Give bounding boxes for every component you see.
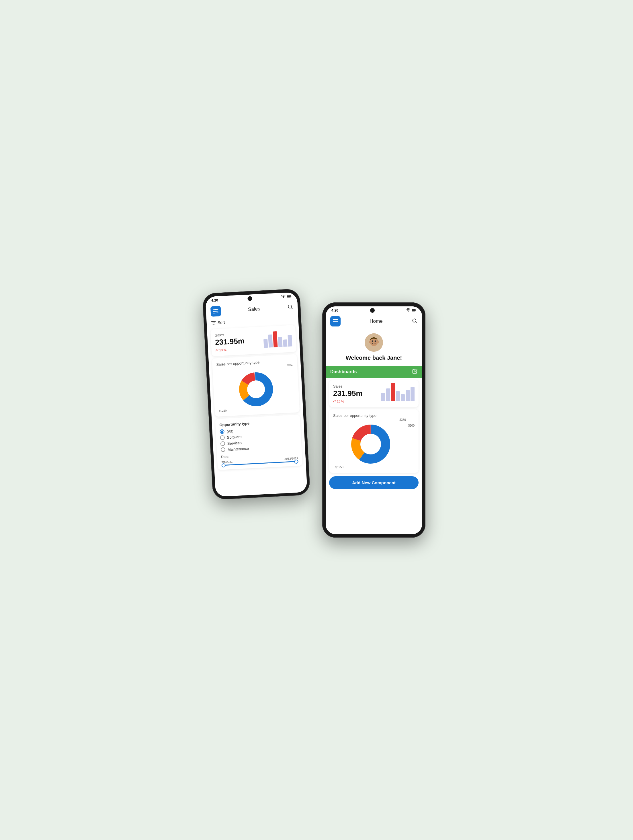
camera-notch-front bbox=[370, 308, 375, 313]
svg-rect-13 bbox=[416, 309, 416, 311]
svg-rect-1 bbox=[291, 295, 291, 297]
radio-all-label: (All) bbox=[227, 429, 233, 434]
donut-card-front: Sales per opportunity type $350 bbox=[329, 409, 419, 473]
filter-card: Opportunity type (All) Software Servi bbox=[215, 415, 302, 470]
time-front: 4:20 bbox=[331, 308, 338, 313]
svg-line-6 bbox=[212, 323, 215, 323]
camera-notch-back bbox=[247, 296, 252, 301]
phone-back: 4:20 bbox=[202, 289, 310, 500]
donut-label-350-back: $350 bbox=[287, 363, 293, 366]
sales-change-front: 13 % bbox=[333, 399, 363, 403]
sort-label: Sort bbox=[217, 320, 225, 325]
donut-svg-front bbox=[348, 423, 394, 466]
scene: 4:20 bbox=[208, 279, 425, 561]
bar-chart-back bbox=[263, 329, 292, 348]
svg-line-4 bbox=[291, 308, 293, 309]
menu-button-front[interactable] bbox=[330, 316, 340, 327]
radio-services-label: Services bbox=[227, 441, 242, 445]
slider-thumb-right[interactable] bbox=[294, 459, 298, 464]
sales-card-front: Sales 231.95m 13 % bbox=[329, 380, 419, 407]
add-component-button[interactable]: Add New Component bbox=[329, 476, 419, 489]
donut-chart-back bbox=[217, 369, 295, 410]
search-button-front[interactable] bbox=[412, 318, 417, 325]
dashboards-bar: Dashboards bbox=[326, 366, 422, 378]
svg-line-16 bbox=[416, 322, 417, 323]
trend-up-icon-front bbox=[333, 400, 336, 403]
app-title-back: Sales bbox=[248, 306, 261, 313]
status-icons-back bbox=[281, 294, 291, 299]
sales-change-back: 13 % bbox=[215, 347, 245, 352]
svg-point-3 bbox=[288, 305, 291, 308]
radio-software-circle bbox=[220, 435, 225, 440]
radio-services-circle bbox=[220, 441, 225, 446]
avatar bbox=[365, 333, 383, 352]
bar-chart-front bbox=[381, 384, 414, 401]
phone-front: 4:20 bbox=[322, 302, 425, 538]
donut-label-350-front: $350 bbox=[400, 418, 406, 422]
trend-up-icon-back bbox=[216, 349, 219, 352]
slider-thumb-left[interactable] bbox=[221, 463, 226, 467]
app-bar-front: Home bbox=[326, 314, 422, 329]
svg-point-20 bbox=[375, 341, 376, 342]
wifi-icon-front bbox=[406, 308, 410, 313]
wifi-icon-back bbox=[281, 295, 285, 299]
radio-maintenance-label: Maintenance bbox=[228, 446, 249, 452]
app-title-front: Home bbox=[370, 319, 383, 324]
sales-value-back: 231.95m bbox=[215, 336, 245, 347]
donut-card-back: Sales per opportunity type $350 bbox=[212, 354, 299, 417]
welcome-section: Welcome back Jane! bbox=[326, 329, 422, 366]
sort-icon bbox=[211, 321, 216, 325]
svg-point-15 bbox=[413, 319, 416, 322]
svg-point-19 bbox=[372, 341, 373, 342]
svg-point-21 bbox=[368, 341, 371, 343]
edit-icon[interactable] bbox=[412, 369, 417, 375]
donut-label-300-front: $300 bbox=[408, 424, 414, 427]
sales-value-front: 231.95m bbox=[333, 389, 363, 398]
svg-line-5 bbox=[211, 321, 216, 322]
battery-icon-back bbox=[287, 294, 291, 298]
donut-label-1250-front: $1250 bbox=[335, 466, 343, 469]
phone-front-screen: 4:20 bbox=[326, 306, 422, 534]
phone-back-screen: 4:20 bbox=[205, 292, 307, 497]
donut-title-front: Sales per opportunity type bbox=[333, 414, 414, 418]
battery-icon-front bbox=[412, 308, 416, 313]
dashboards-title: Dashboards bbox=[330, 369, 357, 374]
radio-maintenance-circle bbox=[221, 447, 226, 452]
sales-title-front: Sales bbox=[333, 384, 363, 388]
radio-all-circle bbox=[220, 429, 225, 434]
menu-button-back[interactable] bbox=[210, 306, 221, 317]
welcome-text: Welcome back Jane! bbox=[346, 355, 402, 361]
search-button-back[interactable] bbox=[287, 303, 293, 311]
status-bar-front: 4:20 bbox=[326, 306, 422, 314]
radio-group: (All) Software Services Maintenance bbox=[220, 425, 298, 452]
time-back: 4:20 bbox=[211, 298, 218, 303]
radio-software-label: Software bbox=[227, 434, 242, 439]
status-icons-front bbox=[406, 308, 416, 313]
svg-point-22 bbox=[377, 341, 379, 343]
svg-rect-14 bbox=[412, 309, 415, 311]
svg-rect-2 bbox=[287, 295, 290, 297]
sales-card-back: Sales 231.95m 13 % bbox=[210, 325, 297, 356]
